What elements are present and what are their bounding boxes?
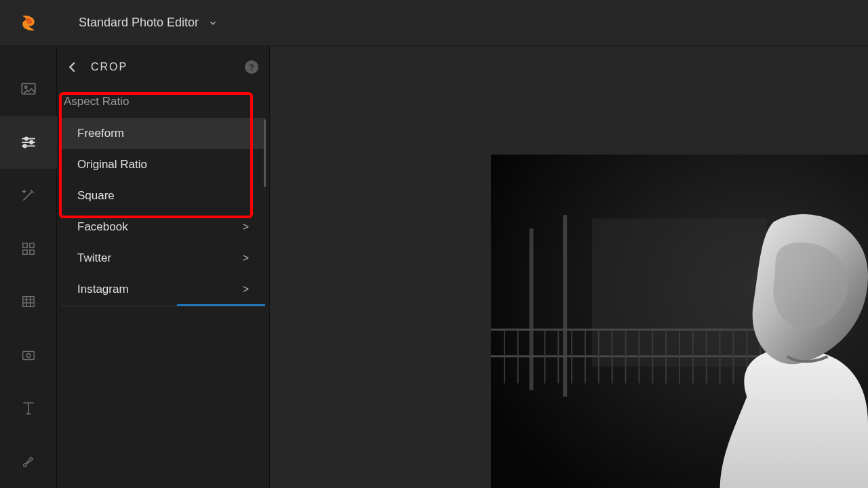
rail-text-icon[interactable] <box>0 382 57 435</box>
expand-icon: > <box>243 221 249 233</box>
aspect-ratio-list: Freeform Original Ratio Square Facebook … <box>61 118 265 306</box>
list-item-label: Freeform <box>77 127 124 140</box>
rail-adjust-icon[interactable] <box>0 116 57 169</box>
svg-point-18 <box>26 353 31 357</box>
ratio-option-twitter[interactable]: Twitter > <box>61 243 265 274</box>
rail-table-icon[interactable] <box>0 275 57 329</box>
chevron-down-icon[interactable] <box>208 18 218 28</box>
main-area: CROP ? Aspect Ratio Freeform Original Ra… <box>0 46 868 488</box>
crop-panel: CROP ? Aspect Ratio Freeform Original Ra… <box>57 46 270 488</box>
list-item-label: Original Ratio <box>77 158 147 171</box>
ratio-option-square[interactable]: Square <box>61 180 265 211</box>
canvas-area[interactable] <box>270 46 868 488</box>
ratio-option-freeform[interactable]: Freeform <box>61 118 265 149</box>
rail-brush-icon[interactable] <box>0 435 57 489</box>
svg-rect-10 <box>22 250 26 254</box>
rail-wand-icon[interactable] <box>0 169 57 222</box>
ratio-option-instagram[interactable]: Instagram > <box>61 274 265 305</box>
svg-rect-12 <box>22 297 34 307</box>
rail-image-icon[interactable] <box>0 62 57 116</box>
panel-header: CROP ? <box>57 46 269 88</box>
top-bar: Standard Photo Editor <box>0 0 868 46</box>
svg-point-7 <box>23 144 26 147</box>
svg-point-3 <box>24 137 27 140</box>
ratio-option-facebook[interactable]: Facebook > <box>61 211 265 243</box>
svg-point-1 <box>24 86 26 88</box>
svg-rect-8 <box>22 243 26 247</box>
image-preview[interactable] <box>491 155 868 488</box>
list-item-label: Instagram <box>77 283 129 296</box>
expand-icon: > <box>243 252 249 264</box>
app-title[interactable]: Standard Photo Editor <box>79 16 199 30</box>
rail-grid-icon[interactable] <box>0 222 57 276</box>
list-item-label: Twitter <box>77 251 111 265</box>
ratio-option-original[interactable]: Original Ratio <box>61 149 265 180</box>
help-icon[interactable]: ? <box>245 60 258 74</box>
svg-point-5 <box>30 141 33 144</box>
list-item-label: Square <box>77 189 115 203</box>
svg-rect-17 <box>22 351 34 359</box>
active-underline <box>177 304 265 306</box>
expand-icon: > <box>243 283 249 296</box>
panel-title: CROP <box>91 61 234 73</box>
app-logo-icon <box>19 14 38 33</box>
section-aspect-ratio-label: Aspect Ratio <box>57 88 269 118</box>
svg-rect-9 <box>29 243 33 247</box>
list-item-label: Facebook <box>77 220 128 234</box>
scrollbar[interactable] <box>264 119 266 187</box>
rail-camera-icon[interactable] <box>0 329 57 382</box>
back-icon[interactable] <box>65 60 80 75</box>
left-rail <box>0 46 57 488</box>
svg-rect-11 <box>29 250 33 254</box>
